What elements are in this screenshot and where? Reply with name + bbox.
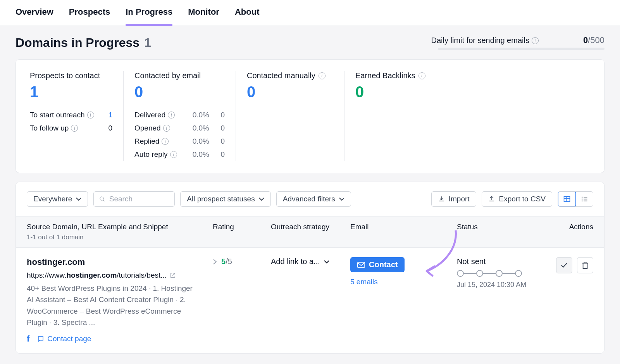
row-strategy-text: Add link to a...	[271, 257, 320, 266]
stat-contacted-email-value[interactable]: 0	[134, 83, 225, 101]
svg-rect-11	[358, 262, 365, 267]
contact-page-link[interactable]: Contact page	[37, 335, 91, 343]
import-button[interactable]: Import	[431, 191, 476, 207]
stat-earned-backlinks: Earned Backlinks i 0	[344, 71, 601, 161]
stat-row-label: Auto reply	[134, 150, 168, 159]
svg-point-7	[582, 199, 583, 200]
svg-line-1	[103, 200, 105, 201]
table-icon	[563, 195, 571, 203]
th-strategy: Outreach strategy	[271, 223, 350, 241]
daily-limit: Daily limit for sending emails i 0/500	[431, 35, 604, 50]
status-progress	[457, 270, 554, 277]
stat-contacted-manual-value[interactable]: 0	[247, 83, 333, 101]
row-status-date: Jul 15, 2024 10:30 AM	[457, 281, 554, 289]
stat-row-label: To follow up	[30, 124, 69, 132]
stat-contacted-manually: Contacted manually i 0	[236, 71, 344, 161]
info-icon[interactable]: i	[168, 112, 175, 118]
row-domain[interactable]: hostinger.com	[27, 257, 213, 267]
row-rating[interactable]: 5/5	[213, 257, 271, 266]
external-link-icon	[170, 272, 176, 278]
table-header: Source Domain, URL Example and Snippet 1…	[16, 216, 604, 248]
search-input-wrap[interactable]	[93, 191, 175, 207]
search-icon	[99, 196, 105, 203]
tab-prospects[interactable]: Prospects	[69, 7, 110, 26]
stat-title: Earned Backlinks	[355, 71, 415, 80]
chevron-down-icon	[76, 197, 81, 201]
stat-row-label: To start outreach	[30, 111, 85, 119]
th-actions: Actions	[554, 223, 593, 241]
info-icon[interactable]: i	[162, 138, 169, 145]
stat-row-value: 0	[108, 124, 112, 132]
facebook-icon[interactable]: f	[27, 334, 29, 344]
scope-dropdown[interactable]: Everywhere	[27, 191, 88, 207]
stat-row-label: Opened	[134, 124, 161, 132]
th-source: Source Domain, URL Example and Snippet	[27, 223, 168, 231]
info-icon[interactable]: i	[163, 125, 170, 132]
tab-overview[interactable]: Overview	[16, 7, 53, 26]
row-status: Not sent	[457, 257, 554, 266]
info-icon[interactable]: i	[87, 112, 94, 118]
tab-monitor[interactable]: Monitor	[188, 7, 219, 26]
emails-link[interactable]: 5 emails	[350, 278, 457, 286]
info-icon[interactable]: i	[170, 151, 177, 158]
daily-limit-max: 500	[590, 35, 604, 45]
stat-row-label: Replied	[134, 137, 159, 146]
tab-about[interactable]: About	[235, 7, 260, 26]
tab-in-progress[interactable]: In Progress	[126, 7, 172, 26]
chevron-right-icon	[213, 259, 217, 265]
view-list-button[interactable]	[576, 192, 593, 206]
svg-point-9	[582, 201, 583, 202]
mark-done-button[interactable]	[556, 257, 572, 273]
mail-icon	[357, 262, 365, 268]
svg-point-5	[582, 197, 583, 198]
stat-prospects-value[interactable]: 1	[30, 83, 112, 101]
search-input[interactable]	[109, 195, 169, 203]
row-snippet: 40+ Best WordPress Plugins in 2024 · 1. …	[27, 283, 193, 328]
th-source-sub: 1-1 out of 1 domain	[27, 234, 213, 241]
stat-prospects-to-contact: Prospects to contact 1 To start outreach…	[19, 71, 124, 161]
export-csv-button[interactable]: Export to CSV	[482, 191, 552, 207]
row-url[interactable]: https://www.hostinger.com/tutorials/best…	[27, 271, 213, 280]
check-icon	[560, 262, 568, 268]
chevron-down-icon	[259, 197, 264, 201]
row-strategy-dropdown[interactable]: Add link to a...	[271, 257, 350, 266]
th-rating: Rating	[213, 223, 271, 241]
info-icon[interactable]: i	[418, 72, 425, 79]
info-icon[interactable]: i	[71, 125, 78, 132]
view-table-button[interactable]	[558, 191, 576, 207]
contact-button[interactable]: Contact	[350, 257, 405, 272]
stat-title: Prospects to contact	[30, 71, 100, 80]
table-row: hostinger.com https://www.hostinger.com/…	[16, 248, 604, 353]
trash-icon	[582, 261, 589, 269]
th-status: Status	[457, 223, 554, 241]
status-filter-dropdown[interactable]: All prospect statuses	[180, 191, 270, 207]
daily-limit-current: 0	[583, 35, 588, 45]
page-title-count: 1	[144, 36, 151, 50]
stat-row-value[interactable]: 1	[108, 111, 112, 119]
advanced-filters-dropdown[interactable]: Advanced filters	[276, 191, 351, 207]
stat-contacted-by-email: Contacted by email 0 Deliveredi0.0%0 Ope…	[124, 71, 236, 161]
list-icon	[580, 195, 588, 203]
page-title-text: Domains in Progress	[16, 36, 140, 50]
chevron-down-icon	[339, 197, 344, 201]
stat-earned-value[interactable]: 0	[355, 83, 590, 101]
chevron-down-icon	[324, 260, 329, 264]
th-email: Email	[350, 223, 457, 241]
info-icon[interactable]: i	[319, 72, 326, 79]
info-icon[interactable]: i	[532, 37, 539, 44]
download-icon	[438, 196, 445, 203]
daily-limit-bar	[438, 48, 604, 50]
svg-point-0	[100, 197, 103, 200]
stat-row-label: Delivered	[134, 111, 165, 119]
top-tabs: Overview Prospects In Progress Monitor A…	[0, 0, 620, 26]
svg-rect-2	[564, 196, 570, 201]
daily-limit-label: Daily limit for sending emails i	[431, 36, 538, 45]
delete-button[interactable]	[577, 257, 593, 273]
upload-icon	[488, 196, 495, 203]
view-toggle	[558, 191, 593, 207]
stat-title: Contacted by email	[134, 71, 201, 80]
stat-title: Contacted manually	[247, 71, 315, 80]
page-title: Domains in Progress 1	[16, 36, 151, 50]
chat-icon	[37, 335, 44, 342]
